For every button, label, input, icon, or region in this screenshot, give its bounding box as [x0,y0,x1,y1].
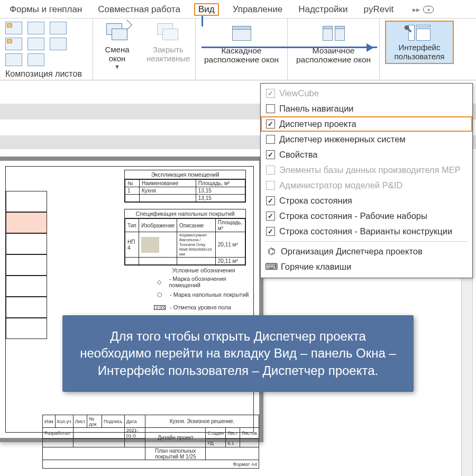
dropdown-item[interactable]: Строка состояния - Варианты конструкции [261,224,472,239]
browser-org-icon: ⌬ [266,246,277,257]
dropdown-item-label: Панель навигации [279,104,354,114]
sheet-icon-3[interactable] [50,22,67,34]
checkbox-icon [266,196,275,205]
checkbox-icon [266,150,275,159]
dropdown-item-label: Администратор моделей P&ID [279,180,402,190]
close-inactive-icon [157,23,179,41]
ribbon: Композиция листов Смена окон ▼ Закрыть н… [0,19,476,80]
close-inactive-button: Закрыть неактивные [147,22,190,79]
sheet-icon-2[interactable] [28,22,44,34]
checkbox-icon [266,104,275,113]
dropdown-command[interactable]: ⌨Горячие клавиши [261,259,472,274]
checkbox-icon [266,227,275,236]
tab-addins[interactable]: Надстройки [296,3,350,16]
dropdown-item-label: Строка состояния - Рабочие наборы [279,211,427,221]
sheet-icon-5[interactable] [28,38,44,50]
dropdown-item[interactable]: Панель навигации [261,101,472,116]
checkbox-icon [266,166,275,175]
tab-forms[interactable]: Формы и генплан [7,3,84,16]
dropdown-item[interactable]: Свойства [261,147,472,162]
dropdown-item[interactable]: Диспетчер инженерных систем [261,132,472,147]
sheet-icon-7[interactable] [5,53,22,66]
panel-windows: Смена окон ▼ Закрыть неактивные [93,19,196,80]
switch-windows-icon [106,23,129,41]
dropdown-item-label: Элементы базы данных производителя MEP [279,165,461,175]
keyboard-icon: ⌨ [266,262,277,272]
sheet-icon-6[interactable] [50,38,67,50]
user-interface-dropdown: ViewCubeПанель навигацииДиспетчер проект… [260,83,473,278]
annotation-arrow-horizontal [202,47,377,48]
dropdown-item-label: Свойства [279,150,317,160]
checkbox-icon [266,120,275,129]
panel-composition-label: Композиция листов [5,69,87,79]
drawing-area[interactable]: Экспликация помещений №НаименованиеПлоща… [0,157,263,442]
user-interface-button[interactable]: Интерфейс пользователя [385,21,454,64]
checkbox-icon [266,135,275,144]
dropdown-item[interactable]: Диспетчер проекта [261,116,472,132]
dropdown-item-label: Диспетчер проекта [279,119,356,129]
material-swatch [141,237,159,253]
tab-collab[interactable]: Совместная работа [96,3,182,16]
tab-help-icon[interactable]: ▾ [423,6,434,13]
panel-composition: Композиция листов [0,19,93,80]
dropdown-item-label: ViewCube [279,88,319,98]
dropdown-item[interactable]: Строка состояния [261,193,472,208]
checkbox-icon [266,212,275,221]
dropdown-item-label: Горячие клавиши [281,262,351,272]
composition-icons [5,22,87,66]
dropdown-item-label: Диспетчер инженерных систем [279,134,406,144]
room-schedule: Экспликация помещений №НаименованиеПлоща… [124,170,246,203]
tab-manage[interactable]: Управление [231,3,285,16]
tile-icon [323,26,345,41]
switch-windows-button[interactable]: Смена окон ▼ [98,22,136,79]
tab-view[interactable]: Вид [194,3,219,16]
tabs-scroll-icon[interactable]: ▸▸ [413,5,420,14]
dropdown-item-label: Строка состояния [279,196,352,206]
dropdown-item: ViewCube [261,86,472,101]
ribbon-tabs: Формы и генплан Совместная работа Вид Уп… [0,0,476,19]
checkbox-icon [266,89,275,98]
scrollbar-vertical[interactable] [461,262,473,476]
dropdown-item-label: Организация Диспетчера проектов [281,246,423,257]
sheet-icon-4[interactable] [5,38,22,50]
room-tag-icon: ◇ [154,279,165,286]
cascade-button[interactable]: Каскадное расположение окон [196,19,288,80]
floor-tag-icon: ⬠ [154,291,166,298]
panel-ui: Интерфейс пользователя [380,19,459,80]
dropdown-item: Элементы базы данных производителя MEP [261,162,472,178]
annotation-arrow-start [202,16,203,26]
floor-spec-schedule: Спецификация напольных покрытий ТипИзобр… [124,209,246,266]
dropdown-command[interactable]: ⌬Организация Диспетчера проектов [261,244,472,259]
tab-extras: ▸▸ ▾ [413,3,434,16]
tab-pyrevit[interactable]: pyRevit [361,3,396,16]
dropdown-separator [265,241,468,242]
sheet-border: Экспликация помещений №НаименованиеПлоща… [5,166,254,433]
tile-button[interactable]: Мозаичное расположение окон [288,19,380,80]
sheet-icon-8[interactable] [28,53,44,66]
dropdown-item[interactable]: Строка состояния - Рабочие наборы [261,208,472,224]
cascade-icon [232,26,251,41]
checkbox-icon [266,181,275,190]
level-mark-icon: -0.000 [154,305,166,310]
title-block: ИзмКол.учЛист№ докПодписьДатаКухня. Эски… [42,415,259,473]
dropdown-item-label: Строка состояния - Варианты конструкции [279,226,452,236]
instruction-callout: Для того чтобы открыть Диспетчер проекта… [62,315,414,392]
sheet-icon-1[interactable] [5,22,22,34]
floor-plan [6,191,47,339]
legend: Условные обозначения ◇- Марка обозначени… [154,267,253,315]
dropdown-item: Администратор моделей P&ID [261,178,472,193]
